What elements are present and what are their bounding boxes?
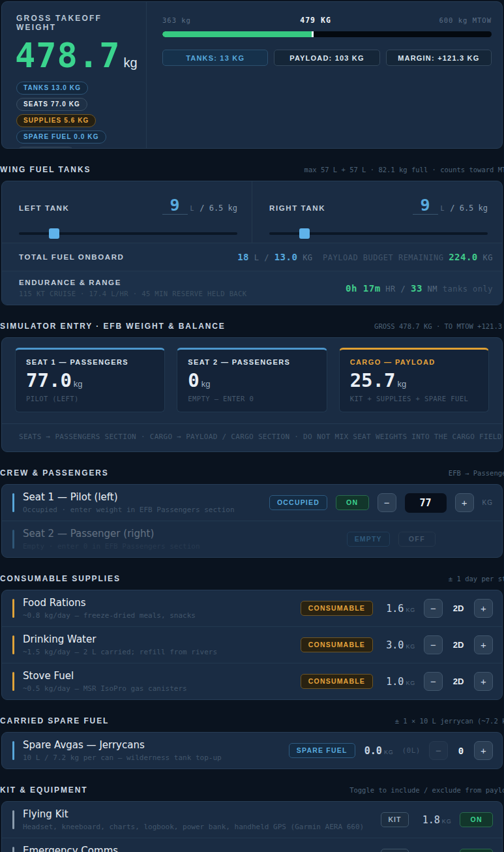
supply-sub: ~0.5 kg/day — MSR IsoPro gas canisters xyxy=(23,684,187,693)
row-accent xyxy=(12,635,14,654)
supply-plus-button[interactable]: + xyxy=(474,635,493,654)
supplies-section-meta: ± 1 day per step xyxy=(449,575,504,583)
spare-fuel-plus-button[interactable]: + xyxy=(474,741,493,760)
kit-badge: KIT xyxy=(381,812,409,827)
row-accent xyxy=(12,530,14,549)
seat1-sub: Occupied · enter weight in EFB Passenger… xyxy=(23,506,235,514)
stat-tanks: TANKS: 13 KG xyxy=(162,50,268,66)
card-sub: EMPTY — ENTER 0 xyxy=(188,395,316,403)
left-tank: LEFT TANK 9 L / 6.5 kg xyxy=(2,181,252,243)
right-tank-label: RIGHT TANK xyxy=(269,204,325,212)
spare-fuel-panel: Spare Avgas — Jerrycans 10 L / 7.2 kg pe… xyxy=(1,732,503,769)
badge-seats: SEATS 77.0 KG xyxy=(16,98,87,111)
supply-minus-button[interactable]: − xyxy=(424,599,443,618)
supply-days: 2D xyxy=(451,677,466,686)
seat1-minus-button[interactable]: − xyxy=(378,493,396,512)
supply-minus-button[interactable]: − xyxy=(424,672,443,691)
fuel-section-title: WING FUEL TANKS xyxy=(0,165,91,174)
seat1-status-badge: OCCUPIED xyxy=(269,495,327,510)
crew-section-title: CREW & PASSENGERS xyxy=(0,468,109,478)
endurance-sub: 115 KT CRUISE · 17.4 L/HR · 45 MIN RESER… xyxy=(19,290,247,297)
left-tank-input[interactable]: 9 xyxy=(162,197,188,215)
spare-fuel-minus-button[interactable]: − xyxy=(429,741,448,760)
budget-value: 224.0 xyxy=(449,252,478,262)
card-value: 0 xyxy=(188,371,199,390)
spare-fuel-weight: 0.0 xyxy=(364,745,382,757)
right-tank-unit: L xyxy=(441,205,445,212)
row-accent xyxy=(12,493,14,512)
seat1-weight-input[interactable]: 77 xyxy=(405,493,447,513)
row-accent xyxy=(12,810,14,829)
kit-row-emergency-comms: Emergency Comms PLB (ACR ResQLink), sat … xyxy=(2,838,502,852)
card-title: SEAT 1 — PASSENGERS xyxy=(26,358,154,366)
supplies-panel: Food Rations ~0.8 kg/day — freeze-dried … xyxy=(1,590,503,700)
slider-handle[interactable] xyxy=(299,228,310,239)
weight-bar-pane: 363 kg 479 KG 600 kg MTOW TANKS: 13 KG P… xyxy=(147,2,502,148)
kit-section-meta: Toggle to include / exclude from payload xyxy=(349,786,504,794)
supply-days: 2D xyxy=(451,603,466,613)
seat2-toggle[interactable]: OFF xyxy=(398,532,436,547)
consumable-badge: CONSUMABLE xyxy=(301,637,373,652)
seat1-plus-button[interactable]: + xyxy=(455,493,474,512)
fuel-section-meta: max 57 L + 57 L · 82.1 kg full · counts … xyxy=(304,166,504,174)
total-fuel-kg: 13.0 xyxy=(274,252,298,262)
separator: / xyxy=(401,284,406,294)
weight-breakdown-badges: TANKS 13.0 KG SEATS 77.0 KG SUPPLIES 5.6… xyxy=(16,82,138,149)
kit-title: Flying Kit xyxy=(23,808,364,820)
card-value: 77.0 xyxy=(26,371,72,390)
budget-unit: KG xyxy=(483,253,493,262)
gross-weight-unit: kg xyxy=(124,55,138,70)
progressbar-fill xyxy=(162,31,314,37)
supply-plus-button[interactable]: + xyxy=(474,672,493,691)
simulator-section-meta: GROSS 478.7 KG · TO MTOW +121.3 KG xyxy=(374,322,504,330)
supply-sub: ~0.8 kg/day — freeze-dried meals, snacks xyxy=(23,611,196,620)
row-accent xyxy=(12,741,14,760)
seat1-weight-unit: KG xyxy=(482,499,493,506)
supply-plus-button[interactable]: + xyxy=(474,599,493,618)
right-tank: RIGHT TANK 9 L / 6.5 kg xyxy=(252,181,502,243)
badge-tanks: TANKS 13.0 KG xyxy=(16,82,88,95)
gross-weight-value: 478.7 xyxy=(15,36,121,75)
kit-section-title: KIT & EQUIPMENT xyxy=(0,785,88,795)
row-accent xyxy=(12,672,14,691)
endurance-range: 33 xyxy=(411,283,422,294)
stat-payload: PAYLOAD: 103 KG xyxy=(274,50,379,66)
simulator-note: SEATS → PASSENGERS SECTION · CARGO → PAY… xyxy=(15,424,489,444)
kit-badge: KIT xyxy=(381,849,409,852)
row-accent xyxy=(12,599,14,618)
endurance-range-unit: NM xyxy=(428,284,437,294)
badge-supplies: SUPPLIES 5.6 KG xyxy=(16,114,96,127)
right-tank-input[interactable]: 9 xyxy=(413,197,438,215)
gross-weight-progressbar xyxy=(162,31,492,37)
supply-minus-button[interactable]: − xyxy=(424,635,443,654)
total-fuel-kg-unit: KG xyxy=(303,253,312,262)
spare-fuel-sub: 10 L / 7.2 kg per can — wilderness tank … xyxy=(23,753,222,762)
budget-label: PAYLOAD BUDGET REMAINING xyxy=(323,253,443,262)
badge-kit: KIT 20.1 KG xyxy=(16,147,75,149)
left-tank-slider[interactable] xyxy=(19,228,237,239)
total-fuel-liters: 18 xyxy=(237,252,249,262)
seat2-sub: Empty · enter 0 in EFB Passengers sectio… xyxy=(23,542,200,551)
left-tank-label: LEFT TANK xyxy=(19,204,69,212)
kit-toggle[interactable]: ON xyxy=(460,812,493,827)
kit-row-flying-kit: Flying Kit Headset, kneeboard, charts, l… xyxy=(2,802,502,838)
supply-weight: 1.6 xyxy=(386,603,404,615)
efb-card-seat1: SEAT 1 — PASSENGERS 77.0 kg PILOT (LEFT) xyxy=(15,348,165,412)
crew-panel: Seat 1 — Pilot (left) Occupied · enter w… xyxy=(1,484,503,558)
total-fuel-row: TOTAL FUEL ONBOARD 18 L / 13.0 KG PAYLOA… xyxy=(2,243,502,271)
seat2-status-badge: EMPTY xyxy=(347,532,390,547)
left-tank-capacity: / 6.5 kg xyxy=(200,204,237,213)
supply-title: Stove Fuel xyxy=(23,670,187,682)
supply-weight-unit: KG xyxy=(406,607,415,613)
supply-weight: 3.0 xyxy=(386,639,404,651)
endurance-time: 0h 17m xyxy=(346,283,381,294)
right-tank-slider[interactable] xyxy=(269,228,488,239)
spare-fuel-row: Spare Avgas — Jerrycans 10 L / 7.2 kg pe… xyxy=(2,733,502,768)
seat1-toggle[interactable]: ON xyxy=(336,495,369,510)
gross-weight-title: GROSS TAKEOFF WEIGHT xyxy=(16,14,138,32)
kit-sub: Headset, kneeboard, charts, logbook, pow… xyxy=(23,823,364,831)
crew-section-meta: EFB → Passengers xyxy=(449,469,504,477)
kit-toggle[interactable]: ON xyxy=(460,849,493,852)
slider-handle[interactable] xyxy=(49,228,59,239)
separator: / xyxy=(264,253,269,262)
